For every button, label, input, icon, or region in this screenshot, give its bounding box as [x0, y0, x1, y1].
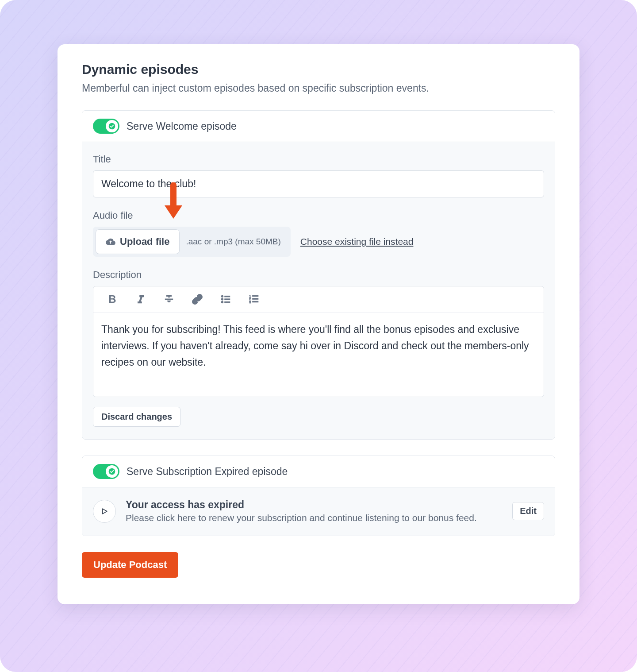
upload-file-button[interactable]: Upload file: [96, 229, 180, 254]
discard-changes-button[interactable]: Discard changes: [93, 407, 180, 427]
audio-field: Audio file Upload file .aac or .mp3 (max…: [93, 210, 544, 257]
welcome-card-body: Title Audio file Upload file: [82, 142, 555, 439]
bullet-list-button[interactable]: [219, 293, 232, 306]
title-input[interactable]: [93, 170, 544, 197]
description-field: Description B: [93, 269, 544, 397]
bold-button[interactable]: B: [106, 293, 119, 306]
expired-title: Your access has expired: [126, 499, 503, 511]
expired-text: Your access has expired Please click her…: [126, 499, 503, 523]
svg-rect-6: [225, 299, 230, 300]
svg-rect-13: [253, 301, 258, 302]
upload-pill: Upload file .aac or .mp3 (max 50MB): [93, 227, 291, 257]
choose-existing-link[interactable]: Choose existing file instead: [300, 236, 414, 247]
title-label: Title: [93, 154, 544, 165]
link-button[interactable]: [191, 293, 204, 306]
description-input[interactable]: Thank you for subscribing! This feed is …: [93, 313, 544, 397]
title-field: Title: [93, 154, 544, 197]
expired-subtitle: Please click here to renew your subscrip…: [126, 513, 503, 523]
update-podcast-button[interactable]: Update Podcast: [82, 552, 178, 578]
expired-toggle-label: Serve Subscription Expired episode: [127, 466, 288, 478]
upload-hint: .aac or .mp3 (max 50MB): [182, 237, 290, 247]
strikethrough-button[interactable]: [162, 293, 176, 306]
settings-panel: Dynamic episodes Memberful can inject cu…: [58, 44, 579, 604]
svg-point-2: [221, 295, 223, 297]
audio-label: Audio file: [93, 210, 544, 221]
svg-rect-11: [253, 295, 258, 296]
svg-rect-12: [253, 298, 258, 299]
expired-episode-card: Serve Subscription Expired episode Your …: [82, 456, 555, 536]
expired-card-body: Your access has expired Please click her…: [82, 487, 555, 536]
description-label: Description: [93, 269, 544, 281]
expired-card-header: Serve Subscription Expired episode: [82, 456, 555, 487]
welcome-toggle-label: Serve Welcome episode: [127, 120, 237, 132]
welcome-toggle[interactable]: [93, 119, 119, 134]
editor-toolbar: B: [93, 286, 544, 313]
svg-point-4: [221, 301, 223, 303]
svg-text:3: 3: [249, 300, 251, 304]
play-icon: [100, 507, 109, 516]
section-subtitle: Memberful can inject custom episodes bas…: [82, 82, 555, 94]
cloud-upload-icon: [106, 237, 115, 247]
welcome-episode-card: Serve Welcome episode Title Audio file: [82, 110, 555, 440]
check-icon: [106, 465, 118, 478]
edit-button[interactable]: Edit: [512, 502, 544, 520]
play-button[interactable]: [93, 500, 116, 523]
expired-toggle[interactable]: [93, 464, 119, 479]
upload-row: Upload file .aac or .mp3 (max 50MB) Choo…: [93, 227, 544, 257]
svg-rect-5: [225, 296, 230, 297]
svg-point-3: [221, 298, 223, 300]
page-background: Dynamic episodes Memberful can inject cu…: [0, 0, 637, 672]
italic-button[interactable]: [134, 293, 147, 306]
rich-text-editor: B: [93, 286, 544, 397]
section-title: Dynamic episodes: [82, 62, 555, 77]
welcome-card-header: Serve Welcome episode: [82, 111, 555, 142]
numbered-list-button[interactable]: 123: [247, 293, 261, 306]
svg-rect-7: [225, 301, 230, 302]
check-icon: [106, 120, 118, 132]
upload-file-label: Upload file: [120, 236, 169, 247]
